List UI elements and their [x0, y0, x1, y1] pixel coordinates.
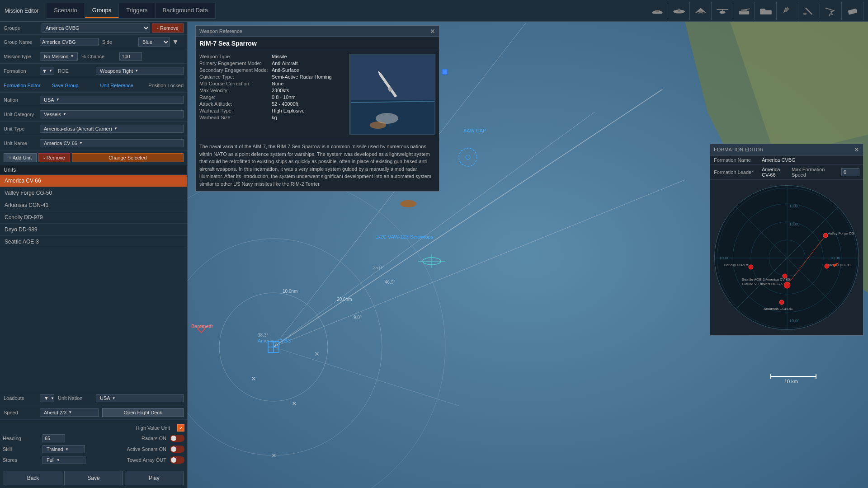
- tab-scenario[interactable]: Scenario: [47, 3, 85, 18]
- svg-text:Deyo DD-989: Deyo DD-989: [829, 263, 851, 267]
- weapon-ref-close-button[interactable]: ✕: [430, 28, 435, 35]
- tab-background-data[interactable]: Background Data: [156, 3, 216, 18]
- toolbar-tank-icon[interactable]: [733, 2, 755, 20]
- side-select[interactable]: Blue: [138, 38, 170, 47]
- max-speed-input[interactable]: [841, 168, 859, 176]
- left-panel: Groups America CVBG - Remove Group Name …: [0, 22, 188, 488]
- weapon-reference-dialog: Weapon Reference ✕ RIM-7 Sea Sparrow Wea…: [195, 25, 439, 192]
- formation-editor-header: FORMATION EDITOR ✕: [710, 144, 863, 155]
- play-button[interactable]: Play: [125, 471, 184, 485]
- stat-row-warhead-type: Warhead Type: High Explosive: [199, 108, 346, 113]
- weapon-ref-image: [349, 54, 435, 135]
- loadouts-row: Loadouts ▼ Unit Nation USA: [0, 391, 187, 405]
- unit-name-label: Unit Name: [4, 141, 40, 146]
- side-dropdown-icon[interactable]: ▼: [172, 38, 179, 46]
- toolbar-ship-icon[interactable]: [646, 2, 668, 20]
- change-selected-button[interactable]: Change Selected: [72, 153, 184, 162]
- svg-text:35.0°: 35.0°: [373, 265, 383, 270]
- formation-dropdown[interactable]: ▼: [40, 67, 54, 75]
- bottom-buttons: Back Save Play: [0, 468, 187, 488]
- formation-leader-label: Formation Leader: [714, 169, 759, 175]
- toolbar-sub-icon[interactable]: [668, 2, 690, 20]
- add-unit-button[interactable]: + Add Unit: [4, 153, 37, 162]
- unit-item[interactable]: Deyo DD-989: [0, 224, 187, 236]
- unit-name-dropdown[interactable]: America CV-66: [40, 139, 184, 147]
- svg-text:✕: ✕: [292, 400, 297, 407]
- skill-row: Skill Trained Active Sonars ON: [3, 444, 184, 455]
- skill-dropdown[interactable]: Trained: [42, 445, 85, 453]
- high-value-unit-checkbox[interactable]: ✓: [177, 424, 184, 432]
- nation-dropdown[interactable]: USA: [40, 96, 184, 104]
- save-button[interactable]: Save: [64, 471, 123, 485]
- svg-point-77: [749, 265, 753, 269]
- unit-item[interactable]: Seattle AOE-3: [0, 236, 187, 248]
- svg-text:46.9°: 46.9°: [385, 280, 395, 285]
- heading-label: Heading: [3, 436, 39, 441]
- unit-category-dropdown[interactable]: Vessels: [40, 110, 184, 118]
- svg-text:Arkansas CGN-41: Arkansas CGN-41: [764, 307, 793, 311]
- svg-text:✕: ✕: [271, 452, 277, 459]
- formation-label: Formation: [4, 68, 40, 74]
- stat-label: Guidance Type:: [199, 74, 272, 80]
- open-flight-deck-button[interactable]: Open Flight Deck: [102, 408, 184, 417]
- stat-value: 0.8 - 10nm: [272, 94, 296, 100]
- active-sonars-toggle[interactable]: [170, 446, 184, 453]
- svg-text:10.00: 10.00: [830, 256, 840, 260]
- towed-array-toggle[interactable]: [170, 456, 184, 464]
- group-name-input[interactable]: [40, 38, 99, 46]
- stat-row-warhead-size: Warhead Size: kg: [199, 115, 346, 120]
- loadouts-dropdown[interactable]: ▼: [40, 394, 54, 402]
- svg-rect-2: [678, 9, 680, 11]
- unit-nation-dropdown[interactable]: USA: [96, 394, 184, 402]
- unit-item[interactable]: Conolly DD-979: [0, 211, 187, 224]
- tab-groups[interactable]: Groups: [85, 3, 119, 18]
- loadouts-label: Loadouts: [4, 395, 40, 401]
- formation-name-row: Formation Name America CVBG: [710, 155, 863, 165]
- save-group-link[interactable]: Save Group: [52, 83, 97, 88]
- units-list: America CV-66 Valley Forge CG-50 Arkansa…: [0, 175, 187, 391]
- svg-text:10 km: 10 km: [784, 379, 798, 384]
- toolbar-arrow-icon[interactable]: [820, 2, 842, 20]
- toolbar-folder-icon[interactable]: [755, 2, 777, 20]
- unit-item[interactable]: America CV-66: [0, 175, 187, 187]
- stat-row-altitude: Attack Altitude: 52 - 40000ft: [199, 101, 346, 107]
- remove-group-button[interactable]: - Remove: [152, 23, 184, 33]
- back-button[interactable]: Back: [4, 471, 62, 485]
- stat-row-primary-mode: Primary Engagement Mode: Anti-Aircraft: [199, 61, 346, 66]
- remove-unit-button[interactable]: - Remove: [38, 153, 70, 162]
- formation-leader-value: America CV-66: [762, 167, 785, 178]
- svg-text:✕: ✕: [251, 375, 256, 382]
- unit-item[interactable]: Arkansas CGN-41: [0, 199, 187, 211]
- toolbar-brush-icon[interactable]: [798, 2, 820, 20]
- heading-row: Heading Radars ON: [3, 433, 184, 444]
- svg-text:America CVBG: America CVBG: [258, 338, 292, 343]
- formation-editor-header-title: FORMATION EDITOR: [714, 147, 764, 152]
- unit-type-dropdown[interactable]: America-class (Aircraft Carrier): [40, 125, 184, 133]
- roe-dropdown[interactable]: Weapons Tight: [96, 67, 184, 75]
- speed-dropdown[interactable]: Ahead 2/3: [40, 408, 99, 417]
- toolbar-plane-icon[interactable]: [690, 2, 712, 20]
- groups-select[interactable]: America CVBG: [42, 23, 150, 33]
- group-name-row: Group Name Side Blue ▼: [0, 35, 187, 49]
- bottom-controls: High Value Unit ✓ Heading Radars ON Skil…: [0, 420, 187, 468]
- toolbar-eraser-icon[interactable]: [842, 2, 863, 20]
- weapon-ref-header: Weapon Reference ✕: [196, 26, 439, 37]
- svg-text:Valley Forge CG-50: Valley Forge CG-50: [828, 231, 859, 235]
- svg-point-11: [803, 13, 807, 15]
- toolbar-pencil-icon[interactable]: [777, 2, 798, 20]
- units-section-header: Units: [0, 165, 187, 175]
- formation-editor-link[interactable]: Formation Editor: [4, 83, 48, 88]
- toolbar-heli-icon[interactable]: [712, 2, 733, 20]
- stores-dropdown[interactable]: Full: [42, 456, 85, 464]
- tab-triggers[interactable]: Triggers: [119, 3, 155, 18]
- unit-reference-link[interactable]: Unit Reference: [100, 83, 145, 88]
- radars-on-label: Radars ON: [130, 436, 166, 441]
- radars-on-toggle[interactable]: [170, 435, 184, 442]
- mission-type-dropdown[interactable]: No Mission: [40, 52, 78, 61]
- formation-radar[interactable]: 10.00 10.00 10.00 10.00 10.00 Valley For…: [714, 185, 859, 330]
- svg-text:✕: ✕: [314, 350, 320, 357]
- chance-input[interactable]: [119, 52, 142, 61]
- formation-editor-close-button[interactable]: ✕: [854, 146, 859, 153]
- heading-input[interactable]: [42, 434, 65, 442]
- unit-item[interactable]: Valley Forge CG-50: [0, 187, 187, 199]
